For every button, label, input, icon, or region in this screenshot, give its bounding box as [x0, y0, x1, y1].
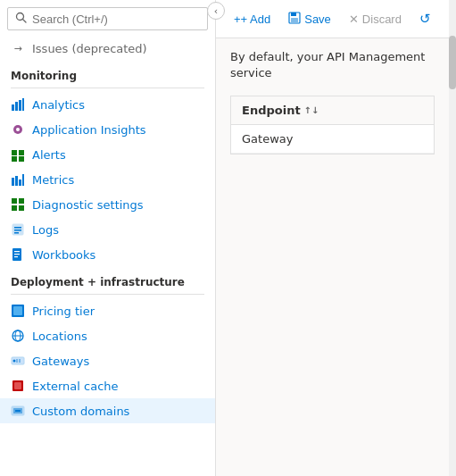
search-icon — [15, 12, 27, 26]
svg-rect-18 — [12, 205, 17, 211]
section-header-monitoring: Monitoring — [0, 61, 215, 86]
svg-rect-23 — [14, 232, 19, 234]
svg-rect-9 — [19, 150, 24, 155]
svg-line-1 — [23, 20, 27, 23]
diagnostic-icon — [11, 197, 25, 212]
pricing-icon — [11, 304, 25, 318]
svg-rect-25 — [14, 251, 20, 252]
nav-item-analytics[interactable]: Analytics — [0, 92, 215, 117]
alerts-icon — [11, 147, 25, 162]
content-area: By default, your API Management service … — [216, 38, 449, 476]
nav-item-label: Logs — [32, 223, 59, 237]
arrow-icon: → — [11, 41, 25, 55]
svg-rect-19 — [19, 205, 24, 211]
svg-rect-38 — [14, 382, 21, 389]
nav-item-label: External cache — [32, 380, 119, 393]
workbooks-icon — [11, 247, 25, 262]
refresh-icon: ↺ — [419, 11, 431, 27]
info-text: By default, your API Management service — [230, 49, 435, 81]
endpoint-cell: Gateway — [242, 132, 293, 146]
svg-rect-15 — [22, 174, 24, 186]
save-button[interactable]: Save — [281, 8, 338, 30]
section-header-deployment: Deployment + infrastructure — [0, 267, 215, 292]
nav-item-label: Pricing tier — [32, 305, 95, 318]
logs-icon — [11, 222, 25, 237]
table-row[interactable]: Gateway — [231, 125, 434, 154]
svg-rect-22 — [14, 230, 21, 231]
svg-point-34 — [13, 360, 16, 363]
svg-rect-11 — [19, 156, 24, 162]
svg-rect-12 — [12, 178, 14, 186]
svg-rect-10 — [12, 156, 17, 162]
save-icon — [288, 12, 301, 27]
nav-item-label: Locations — [32, 330, 87, 343]
svg-rect-29 — [13, 306, 22, 315]
endpoint-column-header[interactable]: Endpoint ↑↓ — [242, 104, 319, 117]
domains-icon — [11, 404, 25, 418]
scrollbar[interactable] — [449, 0, 456, 476]
table-header: Endpoint ↑↓ — [231, 96, 434, 125]
nav-item-locations[interactable]: Locations — [0, 323, 215, 348]
svg-rect-13 — [15, 176, 18, 186]
nav-item-pricing[interactable]: Pricing tier — [0, 298, 215, 323]
nav-item-label: Gateways — [32, 355, 89, 368]
svg-rect-14 — [19, 180, 21, 186]
svg-rect-2 — [12, 104, 14, 111]
column-label: Endpoint — [242, 104, 301, 117]
endpoint-table: Endpoint ↑↓ Gateway — [230, 96, 435, 154]
nav-item-appinsights[interactable]: Application Insights — [0, 117, 215, 142]
search-input[interactable] — [32, 13, 200, 26]
section-divider — [11, 88, 204, 88]
cache-icon — [11, 379, 25, 393]
svg-point-7 — [16, 128, 20, 131]
insights-icon — [11, 122, 25, 137]
svg-rect-44 — [291, 18, 298, 22]
nav-item-label: Analytics — [32, 98, 85, 112]
nav-item-logs[interactable]: Logs — [0, 217, 215, 242]
nav-item-label: Issues (deprecated) — [32, 42, 147, 55]
add-button[interactable]: + + Add — [227, 9, 278, 29]
nav-item-label: Diagnostic settings — [32, 198, 144, 212]
scrollbar-thumb[interactable] — [449, 36, 456, 89]
nav-item-diagnostic[interactable]: Diagnostic settings — [0, 192, 215, 217]
metrics-icon — [11, 172, 25, 187]
left-navigation: → Issues (deprecated) Monitoring Analyti… — [0, 0, 216, 476]
svg-rect-43 — [291, 13, 296, 16]
svg-rect-5 — [22, 98, 24, 111]
right-panel: + + Add Save ✕ Discard ↺ By default, you… — [216, 0, 449, 476]
save-label: Save — [304, 13, 331, 26]
nav-item-label: Application Insights — [32, 123, 146, 137]
nav-item-workbooks[interactable]: Workbooks — [0, 242, 215, 267]
discard-button[interactable]: ✕ Discard — [342, 9, 409, 29]
search-box[interactable] — [7, 7, 208, 30]
nav-item-domains[interactable]: Custom domains — [0, 398, 215, 423]
nav-item-issues[interactable]: → Issues (deprecated) — [0, 36, 215, 61]
nav-item-label: Metrics — [32, 173, 74, 187]
svg-rect-21 — [14, 227, 21, 229]
x-icon: ✕ — [349, 13, 359, 26]
nav-item-metrics[interactable]: Metrics — [0, 167, 215, 192]
nav-item-cache[interactable]: External cache — [0, 373, 215, 398]
svg-rect-27 — [14, 256, 18, 257]
svg-rect-16 — [12, 198, 17, 204]
sort-icon: ↑↓ — [304, 105, 319, 115]
toolbar: + + Add Save ✕ Discard ↺ — [216, 0, 449, 38]
collapse-panel-button[interactable]: ‹ — [207, 2, 225, 20]
svg-rect-3 — [15, 102, 18, 111]
svg-rect-41 — [15, 410, 21, 412]
nav-item-label: Alerts — [32, 148, 66, 162]
plus-icon: + — [234, 13, 241, 26]
svg-rect-17 — [19, 198, 24, 204]
locations-icon — [11, 329, 25, 343]
analytics-icon — [11, 97, 25, 112]
nav-item-label: Custom domains — [32, 405, 129, 418]
gateways-icon — [11, 354, 25, 368]
nav-item-gateways[interactable]: Gateways — [0, 348, 215, 373]
add-label: + Add — [241, 13, 271, 26]
svg-rect-4 — [19, 100, 21, 111]
discard-label: Discard — [362, 13, 402, 26]
nav-item-alerts[interactable]: Alerts — [0, 142, 215, 167]
refresh-button[interactable]: ↺ — [412, 7, 438, 30]
section-divider-2 — [11, 294, 204, 295]
nav-list: → Issues (deprecated) Monitoring Analyti… — [0, 36, 215, 476]
